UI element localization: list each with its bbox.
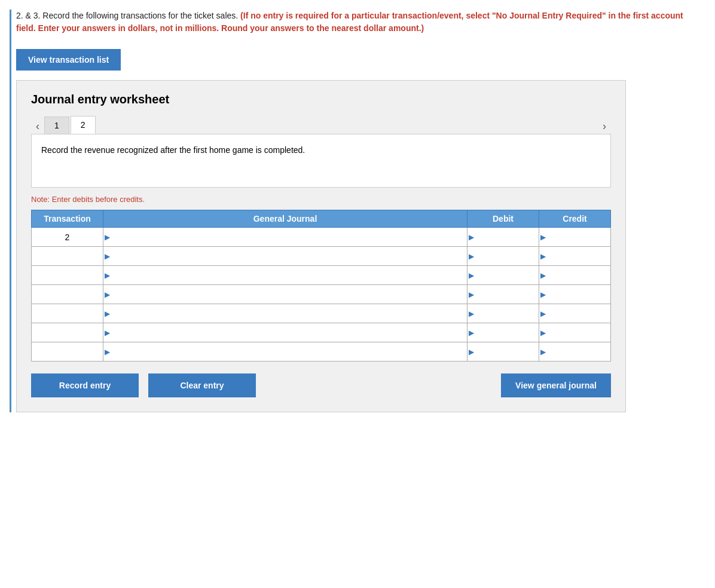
transaction-cell-5 xyxy=(32,304,103,323)
table-row: ▶ ▶ ▶ xyxy=(32,304,611,323)
journal-input-4[interactable] xyxy=(103,285,467,304)
credit-input-6[interactable] xyxy=(539,323,610,342)
description-box: Record the revenue recognized after the … xyxy=(31,134,611,188)
journal-cell-2[interactable]: ▶ xyxy=(103,247,468,266)
journal-input-2[interactable] xyxy=(103,247,467,265)
credit-cell-2[interactable]: ▶ xyxy=(539,247,611,266)
description-text: Record the revenue recognized after the … xyxy=(41,145,305,155)
transaction-cell-1: 2 xyxy=(32,228,103,247)
journal-input-6[interactable] xyxy=(103,323,467,342)
debit-cell-1[interactable]: ▶ xyxy=(468,228,539,247)
instructions-prefix: 2. & 3. Record the following transaction… xyxy=(16,11,238,20)
journal-cell-3[interactable]: ▶ xyxy=(103,266,468,285)
debit-input-6[interactable] xyxy=(468,323,539,342)
debit-cell-7[interactable]: ▶ xyxy=(468,342,539,362)
debit-input-5[interactable] xyxy=(468,304,539,323)
table-row: ▶ ▶ ▶ xyxy=(32,323,611,342)
table-row: ▶ ▶ ▶ xyxy=(32,342,611,362)
tab-next-button[interactable]: › xyxy=(598,118,611,134)
credit-input-1[interactable] xyxy=(539,228,610,246)
tabs-row: ‹ 1 2 › xyxy=(31,116,611,134)
credit-input-7[interactable] xyxy=(539,342,610,361)
debit-input-7[interactable] xyxy=(468,342,539,361)
debit-cell-2[interactable]: ▶ xyxy=(468,247,539,266)
transaction-cell-2 xyxy=(32,247,103,266)
journal-cell-6[interactable]: ▶ xyxy=(103,323,468,342)
tab-1[interactable]: 1 xyxy=(44,117,69,134)
debit-cell-6[interactable]: ▶ xyxy=(468,323,539,342)
header-transaction: Transaction xyxy=(32,210,103,228)
tab-2[interactable]: 2 xyxy=(71,116,96,134)
credit-cell-4[interactable]: ▶ xyxy=(539,285,611,304)
worksheet-container: Journal entry worksheet ‹ 1 2 › Record t… xyxy=(16,80,626,412)
journal-input-3[interactable] xyxy=(103,266,467,284)
transaction-cell-6 xyxy=(32,323,103,342)
header-general-journal: General Journal xyxy=(103,210,468,228)
transaction-cell-3 xyxy=(32,266,103,285)
note-text: Note: Enter debits before credits. xyxy=(31,195,611,204)
debit-input-4[interactable] xyxy=(468,285,539,304)
view-general-journal-button[interactable]: View general journal xyxy=(501,373,611,397)
view-transaction-button[interactable]: View transaction list xyxy=(16,49,121,71)
credit-cell-5[interactable]: ▶ xyxy=(539,304,611,323)
journal-cell-5[interactable]: ▶ xyxy=(103,304,468,323)
page-container: 2. & 3. Record the following transaction… xyxy=(10,10,705,412)
journal-input-5[interactable] xyxy=(103,304,467,323)
credit-input-3[interactable] xyxy=(539,266,610,284)
table-row: ▶ ▶ ▶ xyxy=(32,247,611,266)
credit-cell-7[interactable]: ▶ xyxy=(539,342,611,362)
debit-cell-3[interactable]: ▶ xyxy=(468,266,539,285)
debit-cell-4[interactable]: ▶ xyxy=(468,285,539,304)
credit-input-5[interactable] xyxy=(539,304,610,323)
debit-input-2[interactable] xyxy=(468,247,539,265)
buttons-row: Record entry Clear entry View general jo… xyxy=(31,373,611,397)
debit-input-1[interactable] xyxy=(468,228,539,246)
table-row: 2 ▶ ▶ ▶ xyxy=(32,228,611,247)
table-row: ▶ ▶ ▶ xyxy=(32,266,611,285)
credit-input-4[interactable] xyxy=(539,285,610,304)
journal-input-7[interactable] xyxy=(103,342,467,361)
header-credit: Credit xyxy=(539,210,611,228)
journal-input-1[interactable] xyxy=(103,228,467,246)
debit-cell-5[interactable]: ▶ xyxy=(468,304,539,323)
credit-input-2[interactable] xyxy=(539,247,610,265)
transaction-cell-7 xyxy=(32,342,103,362)
header-debit: Debit xyxy=(468,210,539,228)
table-row: ▶ ▶ ▶ xyxy=(32,285,611,304)
journal-cell-1[interactable]: ▶ xyxy=(103,228,468,247)
instructions-text: 2. & 3. Record the following transaction… xyxy=(16,10,704,35)
tab-prev-button[interactable]: ‹ xyxy=(31,118,44,134)
worksheet-title: Journal entry worksheet xyxy=(31,93,611,106)
transaction-cell-4 xyxy=(32,285,103,304)
debit-input-3[interactable] xyxy=(468,266,539,284)
journal-cell-4[interactable]: ▶ xyxy=(103,285,468,304)
credit-cell-3[interactable]: ▶ xyxy=(539,266,611,285)
clear-entry-button[interactable]: Clear entry xyxy=(148,373,256,397)
credit-cell-1[interactable]: ▶ xyxy=(539,228,611,247)
journal-table: Transaction General Journal Debit Credit… xyxy=(31,210,611,362)
record-entry-button[interactable]: Record entry xyxy=(31,373,139,397)
journal-cell-7[interactable]: ▶ xyxy=(103,342,468,362)
credit-cell-6[interactable]: ▶ xyxy=(539,323,611,342)
